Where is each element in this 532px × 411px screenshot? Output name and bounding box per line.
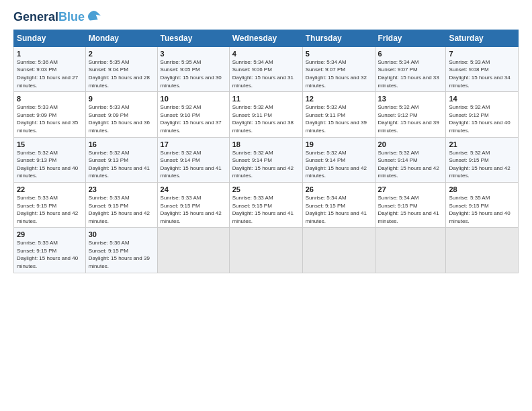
day-info: Sunrise: 5:33 AMSunset: 9:09 PMDaylight:… xyxy=(17,103,83,134)
day-info: Sunrise: 5:32 AMSunset: 9:13 PMDaylight:… xyxy=(89,149,154,180)
day-cell: 29 Sunrise: 5:35 AMSunset: 9:15 PMDaylig… xyxy=(14,228,86,273)
day-number: 1 xyxy=(17,50,83,58)
day-cell: 8 Sunrise: 5:33 AMSunset: 9:09 PMDayligh… xyxy=(14,92,86,137)
day-cell: 9 Sunrise: 5:33 AMSunset: 9:09 PMDayligh… xyxy=(85,92,157,137)
col-header-thursday: Thursday xyxy=(302,30,375,46)
day-info: Sunrise: 5:33 AMSunset: 9:15 PMDaylight:… xyxy=(161,194,226,225)
day-info: Sunrise: 5:32 AMSunset: 9:14 PMDaylight:… xyxy=(306,149,372,180)
day-number: 5 xyxy=(306,50,372,58)
day-cell: 16 Sunrise: 5:32 AMSunset: 9:13 PMDaylig… xyxy=(85,137,157,182)
day-number: 13 xyxy=(378,95,443,103)
day-cell: 6 Sunrise: 5:34 AMSunset: 9:07 PMDayligh… xyxy=(375,46,446,91)
day-cell: 11 Sunrise: 5:32 AMSunset: 9:11 PMDaylig… xyxy=(229,92,302,137)
day-number: 2 xyxy=(89,50,154,58)
col-header-friday: Friday xyxy=(375,30,446,46)
day-cell: 20 Sunrise: 5:32 AMSunset: 9:14 PMDaylig… xyxy=(375,137,446,182)
day-info: Sunrise: 5:33 AMSunset: 9:15 PMDaylight:… xyxy=(89,194,154,225)
day-info: Sunrise: 5:35 AMSunset: 9:04 PMDaylight:… xyxy=(89,58,154,89)
day-cell: 12 Sunrise: 5:32 AMSunset: 9:11 PMDaylig… xyxy=(302,92,375,137)
day-info: Sunrise: 5:32 AMSunset: 9:11 PMDaylight:… xyxy=(306,103,372,134)
day-cell: 25 Sunrise: 5:33 AMSunset: 9:15 PMDaylig… xyxy=(229,182,302,227)
col-header-sunday: Sunday xyxy=(14,30,86,46)
day-number: 7 xyxy=(449,50,515,58)
day-cell: 3 Sunrise: 5:35 AMSunset: 9:05 PMDayligh… xyxy=(157,46,229,91)
day-number: 21 xyxy=(449,140,515,148)
day-info: Sunrise: 5:32 AMSunset: 9:11 PMDaylight:… xyxy=(232,103,300,134)
day-number: 16 xyxy=(89,140,154,148)
day-number: 27 xyxy=(378,185,443,193)
day-cell: 15 Sunrise: 5:32 AMSunset: 9:13 PMDaylig… xyxy=(14,137,86,182)
week-row-4: 29 Sunrise: 5:35 AMSunset: 9:15 PMDaylig… xyxy=(14,228,519,273)
day-info: Sunrise: 5:34 AMSunset: 9:07 PMDaylight:… xyxy=(306,58,372,89)
day-info: Sunrise: 5:32 AMSunset: 9:14 PMDaylight:… xyxy=(161,149,226,180)
day-cell: 13 Sunrise: 5:32 AMSunset: 9:12 PMDaylig… xyxy=(375,92,446,137)
day-info: Sunrise: 5:36 AMSunset: 9:15 PMDaylight:… xyxy=(89,239,154,270)
day-number: 30 xyxy=(89,230,154,238)
day-cell: 4 Sunrise: 5:34 AMSunset: 9:06 PMDayligh… xyxy=(229,46,302,91)
day-cell xyxy=(229,228,302,273)
day-number: 4 xyxy=(232,50,300,58)
day-number: 25 xyxy=(232,185,300,193)
day-info: Sunrise: 5:34 AMSunset: 9:07 PMDaylight:… xyxy=(378,58,443,89)
day-number: 11 xyxy=(232,95,300,103)
week-row-3: 22 Sunrise: 5:33 AMSunset: 9:15 PMDaylig… xyxy=(14,182,519,227)
day-info: Sunrise: 5:32 AMSunset: 9:12 PMDaylight:… xyxy=(449,103,515,134)
logo-icon xyxy=(86,9,101,24)
day-number: 29 xyxy=(17,230,83,238)
day-cell: 7 Sunrise: 5:33 AMSunset: 9:08 PMDayligh… xyxy=(446,46,519,91)
day-cell: 26 Sunrise: 5:34 AMSunset: 9:15 PMDaylig… xyxy=(302,182,375,227)
day-number: 28 xyxy=(449,185,515,193)
day-number: 6 xyxy=(378,50,443,58)
week-row-1: 8 Sunrise: 5:33 AMSunset: 9:09 PMDayligh… xyxy=(14,92,519,137)
day-info: Sunrise: 5:33 AMSunset: 9:15 PMDaylight:… xyxy=(232,194,300,225)
day-cell: 17 Sunrise: 5:32 AMSunset: 9:14 PMDaylig… xyxy=(157,137,229,182)
day-cell: 30 Sunrise: 5:36 AMSunset: 9:15 PMDaylig… xyxy=(85,228,157,273)
day-cell: 1 Sunrise: 5:36 AMSunset: 9:03 PMDayligh… xyxy=(14,46,86,91)
day-number: 23 xyxy=(89,185,154,193)
day-cell: 28 Sunrise: 5:35 AMSunset: 9:15 PMDaylig… xyxy=(446,182,519,227)
logo: GeneralBlue xyxy=(13,11,101,24)
day-cell: 18 Sunrise: 5:32 AMSunset: 9:14 PMDaylig… xyxy=(229,137,302,182)
day-cell xyxy=(302,228,375,273)
day-cell xyxy=(157,228,229,273)
day-info: Sunrise: 5:32 AMSunset: 9:14 PMDaylight:… xyxy=(232,149,300,180)
day-cell xyxy=(446,228,519,273)
day-cell: 19 Sunrise: 5:32 AMSunset: 9:14 PMDaylig… xyxy=(302,137,375,182)
day-number: 3 xyxy=(161,50,226,58)
col-header-wednesday: Wednesday xyxy=(229,30,302,46)
day-info: Sunrise: 5:33 AMSunset: 9:09 PMDaylight:… xyxy=(89,103,154,134)
col-header-monday: Monday xyxy=(85,30,157,46)
day-number: 19 xyxy=(306,140,372,148)
day-number: 22 xyxy=(17,185,83,193)
logo-text: GeneralBlue xyxy=(13,11,85,24)
day-info: Sunrise: 5:32 AMSunset: 9:13 PMDaylight:… xyxy=(17,149,83,180)
day-number: 24 xyxy=(161,185,226,193)
day-info: Sunrise: 5:33 AMSunset: 9:15 PMDaylight:… xyxy=(17,194,83,225)
day-cell: 24 Sunrise: 5:33 AMSunset: 9:15 PMDaylig… xyxy=(157,182,229,227)
day-number: 18 xyxy=(232,140,300,148)
day-number: 17 xyxy=(161,140,226,148)
day-info: Sunrise: 5:32 AMSunset: 9:14 PMDaylight:… xyxy=(378,149,443,180)
day-cell: 10 Sunrise: 5:32 AMSunset: 9:10 PMDaylig… xyxy=(157,92,229,137)
col-header-tuesday: Tuesday xyxy=(157,30,229,46)
day-info: Sunrise: 5:35 AMSunset: 9:15 PMDaylight:… xyxy=(449,194,515,225)
page-header: GeneralBlue xyxy=(13,11,519,24)
day-info: Sunrise: 5:34 AMSunset: 9:06 PMDaylight:… xyxy=(232,58,300,89)
day-cell: 22 Sunrise: 5:33 AMSunset: 9:15 PMDaylig… xyxy=(14,182,86,227)
day-cell: 23 Sunrise: 5:33 AMSunset: 9:15 PMDaylig… xyxy=(85,182,157,227)
day-info: Sunrise: 5:36 AMSunset: 9:03 PMDaylight:… xyxy=(17,58,83,89)
day-number: 20 xyxy=(378,140,443,148)
day-cell: 14 Sunrise: 5:32 AMSunset: 9:12 PMDaylig… xyxy=(446,92,519,137)
day-number: 8 xyxy=(17,95,83,103)
day-cell: 27 Sunrise: 5:34 AMSunset: 9:15 PMDaylig… xyxy=(375,182,446,227)
day-cell: 5 Sunrise: 5:34 AMSunset: 9:07 PMDayligh… xyxy=(302,46,375,91)
day-info: Sunrise: 5:32 AMSunset: 9:15 PMDaylight:… xyxy=(449,149,515,180)
day-info: Sunrise: 5:33 AMSunset: 9:08 PMDaylight:… xyxy=(449,58,515,89)
day-info: Sunrise: 5:32 AMSunset: 9:10 PMDaylight:… xyxy=(161,103,226,134)
day-number: 9 xyxy=(89,95,154,103)
col-header-saturday: Saturday xyxy=(446,30,519,46)
day-info: Sunrise: 5:32 AMSunset: 9:12 PMDaylight:… xyxy=(378,103,443,134)
day-info: Sunrise: 5:34 AMSunset: 9:15 PMDaylight:… xyxy=(378,194,443,225)
week-row-2: 15 Sunrise: 5:32 AMSunset: 9:13 PMDaylig… xyxy=(14,137,519,182)
day-info: Sunrise: 5:35 AMSunset: 9:15 PMDaylight:… xyxy=(17,239,83,270)
